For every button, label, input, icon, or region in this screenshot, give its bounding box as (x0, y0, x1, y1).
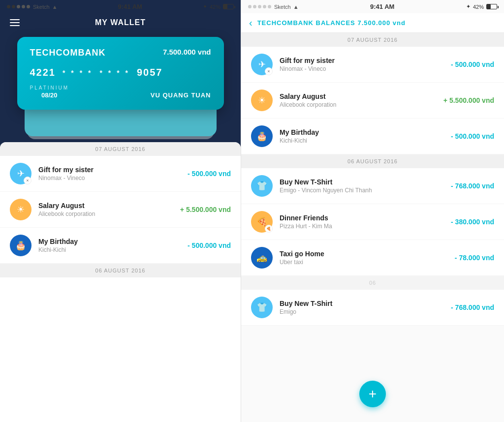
signal-dot (17, 5, 20, 8)
tx-amount: - 500.000 vnd (188, 170, 231, 178)
tx-amount: - 768.000 vnd (451, 303, 494, 311)
tx-sub: Ninomax - Vineco (280, 65, 451, 72)
tx-name: Buy New T-Shirt (280, 178, 451, 186)
signal-dot (268, 5, 271, 8)
card-area: TECHCOMBANK 7.500.000 vnd 4221 * * * * *… (0, 32, 241, 128)
right-nav-amount: 7.500.000 vnd (357, 19, 406, 27)
date-header-aug6-right: 06 AUGUST 2016 (241, 154, 504, 168)
tx-info: Gift for my sister Ninomax - Vineco (280, 57, 451, 72)
tx-avatar: ☀ (10, 199, 32, 220)
tx-name: Gift for my sister (38, 166, 188, 174)
right-nav-title: TECHCOMBANK BALANCES 7.500.000 vnd (257, 19, 406, 27)
tx-sub: Uber taxi (280, 259, 455, 266)
card-expiry: 08/20 (30, 91, 69, 99)
signal-dot (27, 5, 30, 8)
tx-name: Taxi go Home (280, 250, 455, 258)
transaction-item[interactable]: 👕 Buy New T-Shirt Emigo - 768.000 vnd (241, 290, 504, 326)
signal-dot (263, 5, 266, 8)
back-button[interactable]: ‹ (249, 17, 252, 29)
tx-amount: + 5.500.000 vnd (180, 206, 231, 213)
signal-dot (22, 5, 25, 8)
tx-amount: - 500.000 vnd (451, 60, 494, 68)
tx-sub: Alicebook corporation (280, 101, 443, 108)
tx-info: Gift for my sister Ninomax - Vineco (38, 166, 188, 181)
tx-sub: Ninomax - Vineco (38, 175, 188, 181)
date-header-aug7-right: 07 AUGUST 2016 (241, 33, 504, 47)
date-header-aug6: 06 AUGUST 2016 (0, 264, 241, 277)
tx-avatar: 👕 (251, 175, 273, 197)
bluetooth-icon: ✦ (203, 3, 207, 10)
transaction-item[interactable]: 🍕 🍕 Dinner Friends Pizza Hurt - Kim Ma -… (241, 204, 504, 240)
status-bar-right: Sketch ▲ 9:41 AM ✦ 42% (241, 0, 504, 13)
tx-amount: - 78.000 vnd (455, 254, 494, 262)
menu-button[interactable] (10, 19, 20, 26)
battery-percent: 42% (473, 4, 484, 10)
time-display: 9:41 AM (370, 3, 394, 10)
right-top-navigation: ‹ TECHCOMBANK BALANCES 7.500.000 vnd (241, 13, 504, 33)
status-bar-left: Sketch ▲ 9:41 AM ✦ 42% (0, 0, 241, 13)
tx-amount: - 500.000 vnd (451, 132, 494, 140)
battery-percent: 42% (210, 4, 220, 10)
tx-name: Salary August (280, 92, 443, 100)
card-type: PLATINIUM (30, 85, 69, 90)
tx-amount: - 768.000 vnd (451, 182, 494, 190)
tx-avatar: 🚕 (251, 247, 273, 269)
credit-card[interactable]: TECHCOMBANK 7.500.000 vnd 4221 * * * * *… (17, 37, 224, 110)
tx-info: Buy New T-Shirt Emigo - Vincom Nguyen Ch… (280, 178, 451, 194)
transaction-item[interactable]: ☀ Salary August Alicebook corporation + … (241, 83, 504, 119)
tx-sub: Kichi-Kichi (280, 137, 451, 144)
card-number-4: 9057 (137, 67, 163, 78)
transaction-item[interactable]: 🚕 Taxi go Home Uber taxi - 78.000 vnd (241, 240, 504, 276)
right-panel: Sketch ▲ 9:41 AM ✦ 42% ‹ TECHCOMBANK BAL… (241, 0, 504, 422)
tx-avatar: ☀ (251, 90, 273, 111)
tx-name: Gift for my sister (280, 57, 451, 64)
add-transaction-button[interactable]: + (359, 381, 386, 407)
tx-avatar: 🍕 🍕 (251, 211, 273, 233)
signal-dot (12, 5, 15, 8)
tx-info: Dinner Friends Pizza Hurt - Kim Ma (280, 214, 451, 230)
tx-amount: - 500.000 vnd (188, 241, 231, 249)
tx-avatar: 👕 (251, 297, 273, 318)
card-number-1: 4221 (30, 67, 56, 78)
transaction-item[interactable]: ☀ Salary August Alicebook corporation + … (0, 192, 241, 228)
tx-amount: - 380.000 vnd (451, 218, 494, 226)
tx-badge: × (24, 177, 32, 184)
tx-info: Taxi go Home Uber taxi (280, 250, 455, 266)
bluetooth-icon: ✦ (466, 3, 471, 10)
card-bank-name: TECHCOMBANK (30, 48, 106, 58)
left-panel: Sketch ▲ 9:41 AM ✦ 42% MY WALLET TECHCOM… (0, 0, 241, 422)
tx-name: Buy New T-Shirt (280, 300, 451, 307)
card-holder: VU QUANG TUAN (151, 91, 211, 99)
tx-info: Salary August Alicebook corporation (280, 92, 443, 108)
tx-avatar: 🎂 (10, 235, 32, 256)
battery-icon (486, 4, 497, 9)
transaction-item[interactable]: 🎂 My Birthday Kichi-Kichi - 500.000 vnd (0, 228, 241, 264)
signal-dot (253, 5, 256, 8)
transaction-item[interactable]: ✈ × Gift for my sister Ninomax - Vineco … (0, 156, 241, 192)
tx-info: My Birthday Kichi-Kichi (38, 238, 188, 253)
tx-avatar: ✈ × (10, 163, 32, 184)
tx-name: My Birthday (38, 238, 188, 245)
right-transaction-list[interactable]: 07 AUGUST 2016 ✈ × Gift for my sister Ni… (241, 33, 504, 422)
transaction-list-left[interactable]: 07 AUGUST 2016 ✈ × Gift for my sister Ni… (0, 142, 241, 422)
wifi-icon: ▲ (293, 4, 299, 10)
tx-name: Salary August (38, 202, 180, 210)
tx-sub: Kichi-Kichi (38, 246, 188, 253)
card-number-3: * * * * (99, 69, 129, 77)
tx-amount: + 5.500.000 vnd (443, 96, 494, 104)
tx-sub: Emigo (280, 308, 451, 315)
right-status-icons: ✦ 42% (466, 3, 497, 10)
card-number-2: * * * * (63, 69, 93, 77)
tx-avatar: ✈ × (251, 54, 273, 75)
time-display: 9:41 AM (118, 3, 142, 10)
tx-avatar: 🎂 (251, 125, 273, 147)
transaction-item[interactable]: 🎂 My Birthday Kichi-Kichi - 500.000 vnd (241, 119, 504, 154)
page-title: MY WALLET (95, 18, 146, 27)
transaction-item[interactable]: 👕 Buy New T-Shirt Emigo - Vincom Nguyen … (241, 168, 504, 204)
tx-name: Dinner Friends (280, 214, 451, 222)
date-header-aug7: 07 AUGUST 2016 (0, 142, 241, 156)
tx-sub: Pizza Hurt - Kim Ma (280, 223, 451, 230)
transaction-item[interactable]: ✈ × Gift for my sister Ninomax - Vineco … (241, 47, 504, 83)
right-status-icons: ✦ 42% (203, 3, 234, 10)
tx-info: Salary August Alicebook corporation (38, 202, 180, 217)
